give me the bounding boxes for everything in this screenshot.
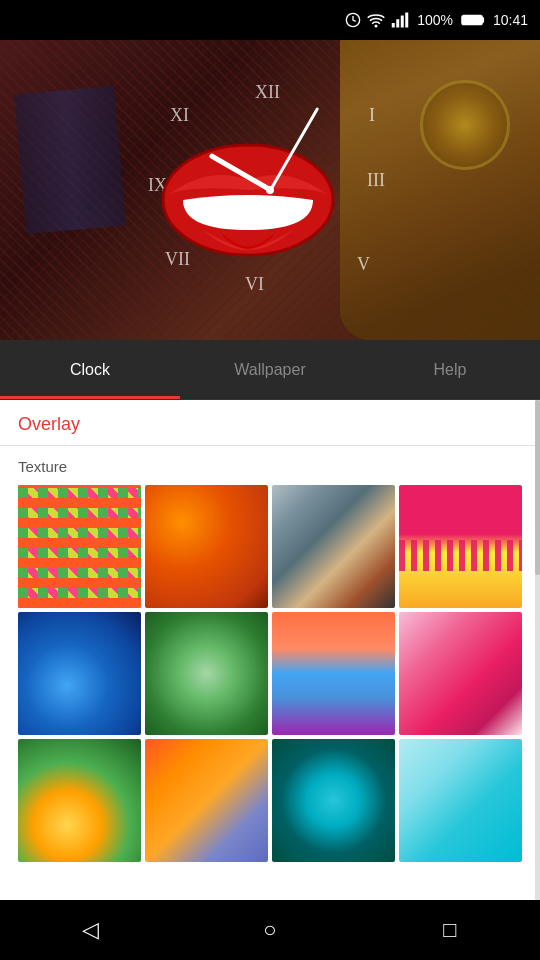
texture-item-7[interactable] [272, 612, 395, 735]
pocket-watch [420, 80, 510, 170]
texture-item-8[interactable] [399, 612, 522, 735]
svg-rect-3 [396, 19, 399, 27]
texture-label: Texture [18, 458, 522, 475]
tab-wallpaper-label: Wallpaper [234, 361, 305, 379]
svg-rect-2 [392, 23, 395, 28]
svg-rect-7 [482, 17, 484, 23]
recent-icon: □ [443, 917, 456, 943]
tab-help-label: Help [434, 361, 467, 379]
texture-section: Texture [0, 446, 540, 870]
home-button[interactable]: ○ [245, 905, 295, 955]
signal-icon [391, 12, 409, 28]
status-time: 10:41 [493, 12, 528, 28]
minute-hand [269, 107, 319, 191]
status-icons-left [345, 12, 409, 28]
svg-rect-6 [462, 15, 482, 24]
overlay-label: Overlay [18, 414, 80, 434]
texture-item-9[interactable] [18, 739, 141, 862]
texture-item-3[interactable] [272, 485, 395, 608]
texture-item-12[interactable] [399, 739, 522, 862]
svg-rect-4 [401, 16, 404, 28]
svg-point-1 [375, 25, 378, 28]
tab-wallpaper[interactable]: Wallpaper [180, 340, 360, 399]
status-bar: 100% 10:41 [0, 0, 540, 40]
texture-item-2[interactable] [145, 485, 268, 608]
texture-item-5[interactable] [18, 612, 141, 735]
battery-percent: 100% [417, 12, 453, 28]
wifi-icon [367, 12, 385, 28]
overlay-section: Overlay [0, 400, 540, 446]
texture-grid [18, 485, 522, 862]
clock-hands [160, 80, 380, 300]
battery-icon [461, 13, 485, 27]
tab-clock-label: Clock [70, 361, 110, 379]
clock-center [266, 186, 274, 194]
tab-help[interactable]: Help [360, 340, 540, 399]
scrollbar-track[interactable] [535, 400, 540, 900]
svg-rect-5 [405, 13, 408, 28]
tabs-container: Clock Wallpaper Help [0, 340, 540, 400]
texture-item-10[interactable] [145, 739, 268, 862]
tab-clock[interactable]: Clock [0, 340, 180, 399]
recent-button[interactable]: □ [425, 905, 475, 955]
clock-status-icon [345, 12, 361, 28]
scrollbar-thumb[interactable] [535, 400, 540, 575]
texture-item-11[interactable] [272, 739, 395, 862]
clock-preview: XII I III V VI VII IX XI [0, 40, 540, 340]
content-area: Overlay Texture [0, 400, 540, 900]
home-icon: ○ [263, 917, 276, 943]
texture-item-4[interactable] [399, 485, 522, 608]
texture-item-6[interactable] [145, 612, 268, 735]
texture-item-1[interactable] [18, 485, 141, 608]
back-button[interactable]: ◁ [65, 905, 115, 955]
bottom-nav: ◁ ○ □ [0, 900, 540, 960]
back-icon: ◁ [82, 917, 99, 943]
book-object [14, 86, 126, 234]
hour-hand [208, 153, 271, 192]
